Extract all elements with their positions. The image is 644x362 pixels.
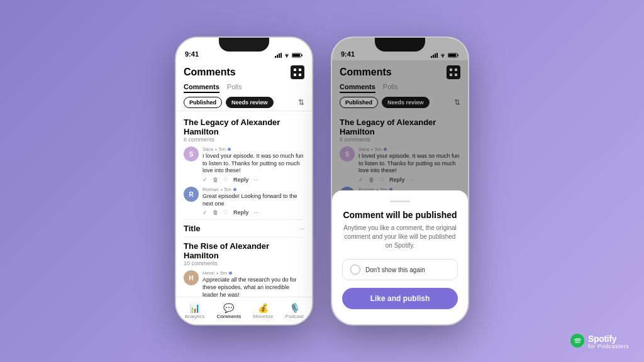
more-roman-1[interactable]: ··· [254, 209, 259, 216]
signal-icon-1 [275, 53, 282, 58]
check-roman-1[interactable]: ✓ [203, 209, 208, 216]
trash-roman-1[interactable]: 🗑 [213, 209, 218, 216]
section-3-count: 10 comments [184, 260, 304, 266]
phone-2: 9:41 Comments [331, 36, 469, 326]
comment-meta-sara-1: Sara • 5m [203, 146, 304, 152]
section-3-title: The Rise of Alexander Hamilton [184, 241, 304, 260]
more-sara-1[interactable]: ··· [254, 177, 259, 183]
brand-text: Spotify for Podcasters [588, 334, 629, 350]
tab-polls-1[interactable]: Polls [227, 83, 242, 93]
reply-roman-1[interactable]: Reply [233, 209, 249, 216]
tab-comments-1[interactable]: Comments [184, 83, 219, 93]
section-3-title-row: The Rise of Alexander Hamilton 10 commen… [184, 241, 304, 266]
section-2-title: Title [184, 224, 201, 233]
trash-sara-1[interactable]: 🗑 [213, 177, 218, 183]
divider-2 [184, 237, 304, 238]
monetize-icon-1: 💰 [258, 303, 269, 313]
podcast-icon-1: 🎙️ [289, 303, 300, 313]
brand-suffix: for Podcasters [588, 344, 629, 350]
modal-sheet: Comment will be published Anytime you li… [332, 190, 468, 324]
text-henri-1: Appreciate all the research you do for t… [203, 277, 304, 297]
section-2-more[interactable]: ··· [299, 226, 304, 232]
wifi-icon-1 [284, 53, 290, 58]
check-sara-1[interactable]: ✓ [203, 177, 208, 183]
spotify-brand: Spotify for Podcasters [570, 334, 629, 351]
avatar-henri-1: H [184, 270, 199, 285]
filter-needs-review-1[interactable]: Needs review [226, 97, 274, 108]
author-sara-1: Sara [203, 146, 213, 152]
nav-podcast-1[interactable]: 🎙️ Podcast [286, 303, 304, 319]
section-1-title-row: The Legacy of Alexander Hamilton 6 comme… [184, 118, 304, 143]
comment-1-1: S Sara • 5m I loved your episode. It was… [184, 146, 304, 183]
verified-sara-1 [228, 148, 231, 151]
verified-henri-1 [229, 272, 232, 275]
dont-show-checkbox[interactable] [350, 265, 360, 275]
section-1-title: The Legacy of Alexander Hamilton [184, 118, 304, 136]
comment-body-henri-1: Henri • 5m Appreciate all the research y… [203, 270, 304, 297]
dont-show-label: Don't show this again [365, 266, 425, 273]
app-content-1: Comments Comments Polls Pu [176, 60, 312, 297]
grid-icon-1 [293, 68, 302, 77]
time-roman-1: 5m [225, 187, 231, 192]
heart-roman-1[interactable]: ♡ [223, 209, 228, 216]
nav-monetize-label-1: Monetize [253, 314, 273, 319]
section-1-count: 6 comments [184, 136, 304, 143]
battery-icon-1 [292, 53, 303, 58]
heart-sara-1[interactable]: ♡ [223, 177, 228, 183]
brand-name: Spotify [588, 334, 629, 344]
time-henri-1: 5m [220, 270, 227, 276]
menu-icon-1[interactable] [291, 65, 304, 79]
nav-podcast-label-1: Podcast [286, 314, 304, 319]
comment-meta-henri-1: Henri • 5m [203, 270, 304, 276]
svg-rect-6 [292, 54, 300, 57]
comments-icon-1: 💬 [223, 303, 234, 313]
like-and-publish-button[interactable]: Like and publish [342, 288, 458, 309]
modal-title: Comment will be published [342, 210, 458, 220]
filter-published-1[interactable]: Published [184, 97, 222, 108]
app-header-top-1: Comments [184, 65, 304, 79]
nav-comments-1[interactable]: 💬 Comments [216, 303, 241, 319]
svg-rect-3 [280, 53, 282, 58]
svg-rect-0 [275, 56, 276, 58]
text-sara-1: I loved your episode. It was so much fun… [203, 153, 304, 175]
modal-overlay[interactable]: Comment will be published Anytime you li… [332, 38, 468, 324]
comment-meta-roman-1: Roman • 5m [203, 187, 304, 192]
analytics-icon-1: 📊 [189, 303, 200, 313]
status-icons-1 [275, 53, 303, 58]
section-2-title-row: Title ··· [184, 224, 304, 233]
modal-handle [390, 200, 410, 202]
nav-analytics-label-1: Analytics [184, 314, 204, 319]
actions-sara-1: ✓ 🗑 ♡ Reply ··· [203, 177, 304, 183]
svg-rect-7 [294, 69, 296, 71]
phones-container: 9:41 Comments [175, 36, 469, 326]
avatar-roman-1: R [184, 187, 199, 202]
nav-monetize-1[interactable]: 💰 Monetize [253, 303, 273, 319]
bottom-nav-1: 📊 Analytics 💬 Comments 💰 Monetize 🎙️ Pod… [176, 297, 312, 324]
spotify-circle-icon [570, 334, 584, 348]
comment-body-sara-1: Sara • 5m I loved your episode. It was s… [203, 146, 304, 183]
nav-analytics-1[interactable]: 📊 Analytics [184, 303, 204, 319]
modal-description: Anytime you like a comment, the original… [342, 224, 458, 250]
comments-list-1: The Legacy of Alexander Hamilton 6 comme… [176, 111, 312, 297]
svg-rect-9 [294, 74, 296, 76]
actions-roman-1: ✓ 🗑 ♡ Reply ··· [203, 209, 304, 216]
author-roman-1: Roman [203, 187, 219, 192]
comment-1-2: R Roman • 5m Great episode! Looking forw… [184, 187, 304, 216]
modal-checkbox-row[interactable]: Don't show this again [342, 259, 458, 280]
comment-body-roman-1: Roman • 5m Great episode! Looking forwar… [203, 187, 304, 216]
text-roman-1: Great episode! Looking forward to the ne… [203, 193, 304, 207]
app-header-1: Comments Comments Polls Pu [176, 60, 312, 111]
nav-comments-label-1: Comments [216, 314, 241, 319]
svg-rect-1 [277, 55, 278, 58]
time-1: 9:41 [185, 50, 199, 58]
svg-rect-10 [299, 74, 301, 76]
time-sara-1: 5m [219, 146, 226, 152]
filter-row-1: Published Needs review ⇅ [184, 97, 304, 108]
divider-1 [184, 219, 304, 220]
svg-rect-2 [279, 53, 280, 58]
svg-rect-8 [299, 69, 301, 71]
filter-options-icon-1[interactable]: ⇅ [298, 98, 304, 107]
reply-sara-1[interactable]: Reply [233, 177, 249, 183]
verified-roman-1 [233, 188, 236, 191]
author-henri-1: Henri [203, 270, 214, 276]
